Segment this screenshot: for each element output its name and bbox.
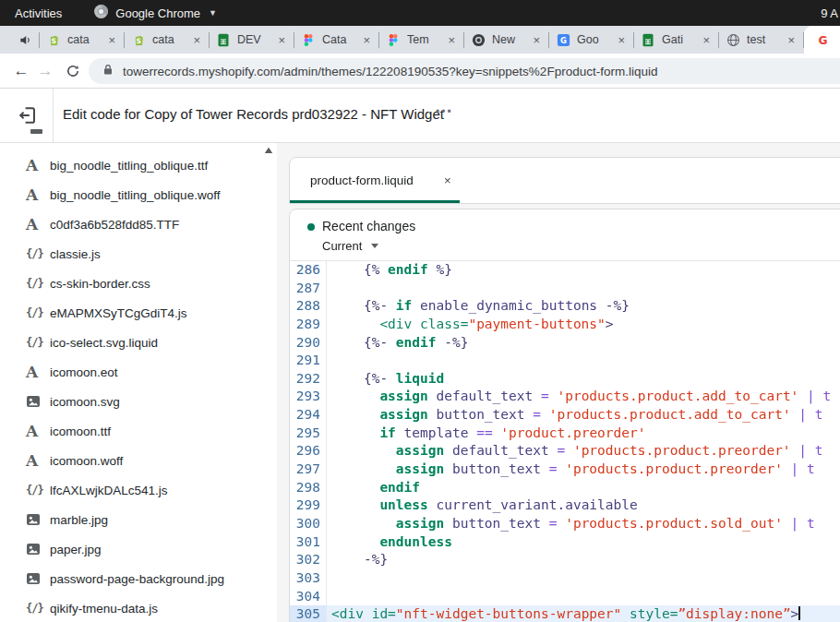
code-line[interactable]: 301 endunless	[290, 533, 840, 552]
reload-button[interactable]	[61, 64, 85, 78]
code-line[interactable]: 300 assign button_text = 'products.produ…	[290, 515, 840, 533]
code-line[interactable]: 286 {% endif %}	[290, 261, 840, 280]
tab-title: DEV	[237, 33, 273, 46]
browser-tab[interactable]: G	[804, 26, 840, 54]
version-dropdown[interactable]: Current	[322, 239, 378, 253]
editor-tab-product-form[interactable]: product-form.liquid	[310, 173, 414, 187]
more-actions-button[interactable]: •••	[432, 102, 457, 122]
clock-label[interactable]: 9 A	[821, 6, 838, 20]
active-tab-underline	[290, 200, 460, 203]
tab-close-icon[interactable]: ×	[106, 33, 117, 47]
line-number: 292	[290, 370, 326, 389]
code-line[interactable]: 289 <div class="payment-buttons">	[290, 316, 840, 334]
browser-tab[interactable]: Scata×	[40, 26, 124, 54]
file-item[interactable]: {/}lfcAXLwjkDALc541.js	[0, 475, 277, 505]
shopify-favicon-icon: S	[46, 32, 61, 47]
line-number: 304	[290, 588, 326, 606]
file-name: big_noodle_titling_oblique.ttf	[50, 159, 208, 173]
exit-code-editor-button[interactable]	[17, 104, 41, 128]
browser-tab[interactable]: New×	[464, 26, 548, 54]
code-line[interactable]: 303	[290, 569, 840, 588]
editor-tab-close-icon[interactable]: ×	[440, 172, 455, 189]
speaker-icon[interactable]	[18, 32, 32, 47]
line-number: 296	[290, 442, 326, 461]
tab-close-icon[interactable]: ×	[276, 33, 287, 47]
code-line[interactable]: 294 assign button_text = 'products.produ…	[290, 406, 840, 425]
file-list: Abig_noodle_titling_oblique.ttfAbig_nood…	[0, 143, 277, 622]
code-file-icon: {/}	[26, 336, 50, 349]
browser-tab[interactable]: GGoo×	[549, 26, 633, 54]
forward-button[interactable]: →	[33, 62, 57, 80]
code-line[interactable]: 292 {%- liquid	[290, 370, 840, 389]
file-item[interactable]: {/}ico-select.svg.liquid	[0, 328, 277, 357]
file-item[interactable]: paper.jpg	[0, 534, 277, 564]
tab-close-icon[interactable]: ×	[446, 33, 457, 47]
file-item[interactable]: Abig_noodle_titling_oblique.ttf	[0, 150, 277, 180]
file-item[interactable]: {/}cs-skin-border.css	[0, 269, 277, 298]
tab-close-icon[interactable]: ×	[701, 33, 712, 47]
code-line[interactable]: 305<div id="nft-widget-buttons-wrapper" …	[290, 605, 840, 622]
code-line[interactable]: 302 -%}	[290, 551, 840, 569]
code-text: {% endif %}	[326, 261, 840, 280]
code-line[interactable]: 296 assign default_text = 'products.prod…	[290, 442, 840, 461]
browser-tab[interactable]: Scata×	[125, 26, 209, 54]
file-item[interactable]: {/}classie.js	[0, 239, 277, 269]
tab-close-icon[interactable]: ×	[191, 33, 202, 47]
file-item[interactable]: Ac0df3a6b528fdd85.TTF	[0, 209, 277, 239]
code-text: <div id="nft-widget-buttons-wrapper" sty…	[326, 605, 840, 622]
browser-tab[interactable]: Tem×	[379, 26, 463, 54]
font-file-icon: A	[26, 185, 50, 204]
line-number: 298	[290, 479, 326, 497]
code-line[interactable]: 304	[290, 588, 840, 606]
browser-tab[interactable]: test×	[719, 26, 803, 54]
code-line[interactable]: 297 assign button_text = 'products.produ…	[290, 461, 840, 479]
image-file-icon	[26, 512, 50, 527]
back-button[interactable]: ←	[9, 62, 33, 80]
code-line[interactable]: 298 endif	[290, 479, 840, 497]
code-line[interactable]: 291	[290, 352, 840, 370]
file-item[interactable]: {/}qikify-tmenu-data.js	[0, 593, 277, 622]
code-text	[326, 588, 840, 606]
code-line[interactable]: 293 assign default_text = 'products.prod…	[290, 388, 840, 406]
file-item[interactable]: {/}eMAPMXSyTCgGdiT4.js	[0, 298, 277, 328]
file-item[interactable]: Aicomoon.woff	[0, 446, 277, 475]
code-line[interactable]: 290 {%- endif -%}	[290, 334, 840, 353]
code-text: endif	[326, 479, 840, 497]
tab-close-icon[interactable]: ×	[361, 33, 372, 47]
lock-icon[interactable]	[102, 63, 114, 79]
code-text: {%- liquid	[326, 370, 840, 389]
browser-tab[interactable]: Cata×	[294, 26, 378, 54]
file-name: icomoon.eot	[50, 365, 118, 379]
google-favicon-icon: G	[815, 32, 830, 47]
editor-panel: Recent changes Current 286 {% endif %}28…	[289, 209, 840, 622]
browser-toolbar: ← → towerrecords.myshopify.com/admin/the…	[0, 54, 840, 89]
file-item[interactable]: password-page-background.jpg	[0, 564, 277, 593]
line-number: 300	[290, 515, 326, 533]
tab-close-icon[interactable]: ×	[616, 33, 627, 47]
file-item[interactable]: marble.jpg	[0, 505, 277, 534]
file-name: paper.jpg	[50, 543, 102, 556]
activities-button[interactable]: Activities	[9, 5, 67, 22]
browser-tab[interactable]: Gati×	[634, 26, 718, 54]
font-file-icon: A	[26, 422, 50, 440]
code-line[interactable]: 288 {%- if enable_dynamic_buttons -%}	[290, 297, 840, 316]
file-item[interactable]: icomoon.svg	[0, 387, 277, 416]
browser-tab[interactable]: DEV×	[210, 26, 294, 54]
tab-close-icon[interactable]: ×	[531, 33, 542, 47]
code-line[interactable]: 287	[290, 280, 840, 298]
gnome-top-bar: Activities Google Chrome ▼ 9 A	[0, 0, 840, 26]
code-line[interactable]: 299 unless current_variant.available	[290, 496, 840, 515]
file-item[interactable]: Abig_noodle_titling_oblique.woff	[0, 180, 277, 209]
sidebar-scroll-up-icon[interactable]	[265, 148, 272, 153]
code-editor[interactable]: 286 {% endif %}287288 {%- if enable_dyna…	[290, 261, 840, 622]
code-line[interactable]: 295 if template == 'product.preorder'	[290, 425, 840, 443]
font-file-icon: A	[26, 156, 50, 174]
address-bar[interactable]: towerrecords.myshopify.com/admin/themes/…	[89, 58, 840, 84]
app-menu[interactable]: Google Chrome ▼	[93, 4, 217, 22]
file-item[interactable]: Aicomoon.eot	[0, 357, 277, 387]
file-item[interactable]: Aicomoon.ttf	[0, 416, 277, 446]
tab-close-icon[interactable]: ×	[786, 33, 797, 47]
code-text: endunless	[326, 533, 840, 552]
code-text: assign button_text = 'products.product.s…	[326, 515, 840, 533]
code-text: -%}	[326, 551, 840, 569]
